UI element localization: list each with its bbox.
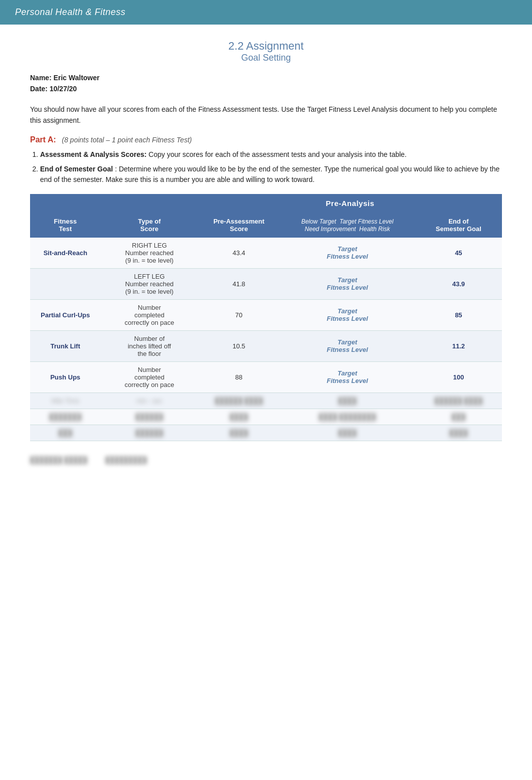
fitness-test-cell: ███████ [30, 409, 101, 425]
student-date: 10/27/20 [50, 85, 77, 93]
fitness-test-cell: Push Ups [30, 361, 101, 393]
col-header-goal: End ofSemester Goal [415, 213, 502, 238]
type-score-cell: ██████ [101, 409, 198, 425]
pre-score-cell: 43.4 [198, 238, 280, 269]
type-score-cell: LEFT LEGNumber reached(9 in. = toe level… [101, 268, 198, 299]
goal-cell: 100 [415, 361, 502, 393]
header-pre-analysis: Pre-Analysis [198, 194, 502, 213]
table-header-sub: FitnessTest Type ofScore Pre-AssessmentS… [30, 213, 502, 238]
instruction-1-text: Copy your scores for each of the assessm… [149, 150, 407, 158]
col-header-fitness: FitnessTest [30, 213, 101, 238]
part-a-heading: Part A: (8 points total – 1 point each F… [30, 135, 502, 144]
pre-score-cell: ██████ ████ [198, 393, 280, 409]
type-score-cell: min : sec [101, 393, 198, 409]
table-row: Partial Curl-UpsNumbercompletedcorrectly… [30, 299, 502, 330]
table-row: LEFT LEGNumber reached(9 in. = toe level… [30, 268, 502, 299]
type-score-cell: Numbercompletedcorrectly on pace [101, 361, 198, 393]
analysis-cell: ████ ████████ [280, 409, 415, 425]
goal-cell: 11.2 [415, 330, 502, 361]
fitness-test-cell: Mile Time [30, 393, 101, 409]
analysis-cell: TargetFitness Level [280, 330, 415, 361]
goal-cell: ████ [415, 425, 502, 441]
student-info: Name: Eric Waltower Date: 10/27/20 [30, 72, 502, 95]
col-header-type: Type ofScore [101, 213, 198, 238]
header-empty [30, 194, 198, 213]
analysis-cell: TargetFitness Level [280, 268, 415, 299]
table-header-top: Pre-Analysis [30, 194, 502, 213]
pre-score-cell: ████ [198, 409, 280, 425]
type-score-cell: Number ofinches lifted offthe floor [101, 330, 198, 361]
assignment-line1: 2.2 Assignment [30, 40, 502, 53]
table-row: █████████████████████ ███████████ [30, 409, 502, 425]
student-name: Eric Waltower [54, 74, 100, 82]
goal-cell: 45 [415, 238, 502, 269]
instruction-1: Assessment & Analysis Scores: Copy your … [40, 149, 502, 160]
analysis-cell: TargetFitness Level [280, 361, 415, 393]
col-header-analysis: Below Target Target Fitness LevelNeed Im… [280, 213, 415, 238]
goal-cell: 43.9 [415, 268, 502, 299]
type-score-cell: RIGHT LEGNumber reached(9 in. = toe leve… [101, 238, 198, 269]
goal-cell: ██████ ████ [415, 393, 502, 409]
table-row: Mile Timemin : sec██████ ██████████████ … [30, 393, 502, 409]
analysis-cell: TargetFitness Level [280, 238, 415, 269]
name-label: Name: [30, 74, 52, 82]
type-score-cell: Numbercompletedcorrectly on pace [101, 299, 198, 330]
date-label: Date: [30, 85, 48, 93]
pre-score-cell: ████ [198, 425, 280, 441]
instruction-2-bold: End of Semester Goal [40, 165, 113, 173]
pre-score-cell: 10.5 [198, 330, 280, 361]
instruction-2: End of Semester Goal : Determine where y… [40, 164, 502, 185]
part-label: Part A: [30, 135, 56, 144]
fitness-table: Pre-Analysis FitnessTest Type ofScore Pr… [30, 194, 502, 441]
pre-score-cell: 88 [198, 361, 280, 393]
assignment-line2: Goal Setting [30, 53, 502, 63]
top-bar: Personal Health & Fitness [0, 0, 532, 25]
fitness-test-cell: Sit-and-Reach [30, 238, 101, 269]
analysis-cell: TargetFitness Level [280, 299, 415, 330]
intro-text: You should now have all your scores from… [30, 104, 502, 126]
type-score-cell: ██████ [101, 425, 198, 441]
assignment-title: 2.2 Assignment Goal Setting [30, 40, 502, 63]
instructions-list: Assessment & Analysis Scores: Copy your … [30, 149, 502, 185]
table-row: Sit-and-ReachRIGHT LEGNumber reached(9 i… [30, 238, 502, 269]
table-row: █████████████████████ [30, 425, 502, 441]
table-row: Push UpsNumbercompletedcorrectly on pace… [30, 361, 502, 393]
goal-cell: ███ [415, 409, 502, 425]
col-header-pre: Pre-AssessmentScore [198, 213, 280, 238]
fitness-test-cell: Trunk Lift [30, 330, 101, 361]
fitness-test-cell: Partial Curl-Ups [30, 299, 101, 330]
analysis-cell: ████ [280, 393, 415, 409]
goal-cell: 85 [415, 299, 502, 330]
analysis-cell: ████ [280, 425, 415, 441]
pre-score-cell: 41.8 [198, 268, 280, 299]
fitness-test-cell [30, 268, 101, 299]
bottom-section: ███████ █████ █████████ [30, 456, 502, 464]
part-desc: (8 points total – 1 point each Fitness T… [62, 136, 192, 144]
pre-score-cell: 70 [198, 299, 280, 330]
fitness-test-cell: ███ [30, 425, 101, 441]
bottom-blurred-text: ███████ █████ █████████ [30, 456, 147, 464]
app-title: Personal Health & Fitness [15, 7, 126, 17]
instruction-1-bold: Assessment & Analysis Scores: [40, 150, 147, 158]
table-row: Trunk LiftNumber ofinches lifted offthe … [30, 330, 502, 361]
